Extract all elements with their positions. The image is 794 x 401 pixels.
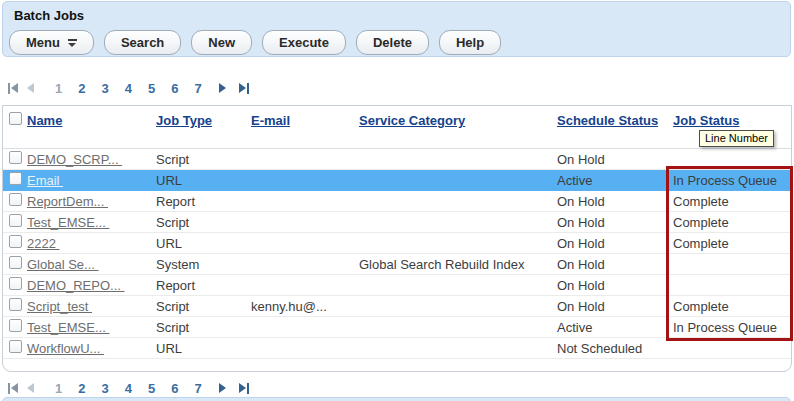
table-row[interactable]: 2222 URLOn HoldComplete <box>3 233 791 254</box>
table-row[interactable]: DEMO_SCRP... ScriptOn Hold <box>3 149 791 170</box>
page-link-6[interactable]: 6 <box>171 381 178 396</box>
first-page-arrow <box>11 383 18 393</box>
name-cell: DEMO_SCRP... <box>27 152 156 167</box>
new-button[interactable]: New <box>191 30 252 55</box>
row-checkbox[interactable] <box>9 214 22 227</box>
row-checkbox-cell <box>3 235 27 251</box>
column-header-job-status: Job Status <box>673 111 791 129</box>
first-page-icon[interactable] <box>8 383 18 394</box>
schedule-status-cell: On Hold <box>557 236 673 251</box>
button-label: Search <box>121 35 164 50</box>
name-cell: Email <box>27 173 156 188</box>
page-link-4[interactable]: 4 <box>125 81 132 96</box>
row-checkbox[interactable] <box>9 319 22 332</box>
last-page-bar <box>247 383 249 394</box>
table-row[interactable]: DEMO_REPO... ReportOn Hold <box>3 275 791 296</box>
job-type-cell: Report <box>156 278 251 293</box>
column-header-link[interactable]: E-mail <box>251 113 290 128</box>
page-link-2[interactable]: 2 <box>78 81 85 96</box>
page-link-6[interactable]: 6 <box>171 81 178 96</box>
delete-button[interactable]: Delete <box>356 30 429 55</box>
job-name-link[interactable]: Global Se... <box>27 257 99 272</box>
job-type-cell: URL <box>156 341 251 356</box>
button-label: Delete <box>373 35 412 50</box>
name-cell: Script_test <box>27 299 156 314</box>
table-row[interactable]: ReportDem... ReportOn HoldComplete <box>3 191 791 212</box>
table-row[interactable]: Test_EMSE... ScriptOn HoldComplete <box>3 212 791 233</box>
schedule-status-cell: On Hold <box>557 215 673 230</box>
next-page-icon[interactable] <box>219 383 226 393</box>
bottom-panel-edge <box>2 397 791 401</box>
job-name-link[interactable]: WorkflowU... <box>27 341 104 356</box>
job-status-cell: Complete <box>673 236 791 251</box>
next-page-arrow <box>219 83 226 93</box>
menu-bar-glyph <box>68 39 77 41</box>
select-all-checkbox[interactable] <box>9 112 22 125</box>
job-name-link[interactable]: DEMO_REPO... <box>27 278 125 293</box>
page-link-3[interactable]: 3 <box>101 381 108 396</box>
job-name-link[interactable]: Email <box>27 173 63 188</box>
page-link-3[interactable]: 3 <box>101 81 108 96</box>
table-row[interactable]: Global Se... SystemGlobal Search Rebuild… <box>3 254 791 275</box>
job-name-link[interactable]: Test_EMSE... <box>27 320 109 335</box>
first-page-icon[interactable] <box>8 83 18 94</box>
page-link-5[interactable]: 5 <box>148 81 155 96</box>
row-checkbox[interactable] <box>9 235 22 248</box>
button-label: Menu <box>26 35 60 50</box>
page-link-7[interactable]: 7 <box>194 81 201 96</box>
search-button[interactable]: Search <box>104 30 181 55</box>
job-type-cell: Script <box>156 320 251 335</box>
job-name-link[interactable]: Script_test <box>27 299 92 314</box>
help-button[interactable]: Help <box>439 30 501 55</box>
row-checkbox[interactable] <box>9 298 22 311</box>
name-cell: Test_EMSE... <box>27 215 156 230</box>
email-cell: kenny.hu@... <box>251 299 359 314</box>
job-name-link[interactable]: 2222 <box>27 236 60 251</box>
next-page-icon[interactable] <box>219 83 226 93</box>
column-header-link[interactable]: Schedule Status <box>557 113 631 129</box>
menu-arrow-glyph <box>68 43 76 47</box>
previous-page-icon[interactable] <box>27 383 34 393</box>
row-checkbox[interactable] <box>9 256 22 269</box>
button-label: New <box>208 35 235 50</box>
schedule-status-cell: Not Scheduled <box>557 341 673 356</box>
job-status-cell: In Process Queue <box>673 173 791 188</box>
last-page-icon[interactable] <box>239 83 249 94</box>
menu-button[interactable]: Menu <box>9 30 94 55</box>
jobs-table: NameJob TypeE-mailService CategorySchedu… <box>2 105 792 372</box>
job-name-link[interactable]: Test_EMSE... <box>27 215 109 230</box>
page-link-1: 1 <box>55 381 62 396</box>
table-row[interactable]: Test_EMSE... ScriptActiveIn Process Queu… <box>3 317 791 338</box>
row-checkbox[interactable] <box>9 151 22 164</box>
row-checkbox[interactable] <box>9 193 22 206</box>
last-page-icon[interactable] <box>239 383 249 394</box>
row-checkbox[interactable] <box>9 340 22 353</box>
job-name-link[interactable]: ReportDem... <box>27 194 108 209</box>
column-header-link[interactable]: Job Type <box>156 113 212 128</box>
schedule-status-cell: On Hold <box>557 257 673 272</box>
row-checkbox-cell <box>3 256 27 272</box>
table-row[interactable]: WorkflowU... URLNot Scheduled <box>3 338 791 359</box>
pagination-top: 1234567 <box>8 80 249 96</box>
previous-page-icon[interactable] <box>27 83 34 93</box>
job-status-cell: Complete <box>673 215 791 230</box>
column-header-link[interactable]: Job Status <box>673 113 739 128</box>
previous-page-arrow <box>27 383 34 393</box>
column-header-e-mail: E-mail <box>251 111 359 129</box>
page-link-5[interactable]: 5 <box>148 381 155 396</box>
name-cell: Test_EMSE... <box>27 320 156 335</box>
column-header-link[interactable]: Name <box>27 113 62 128</box>
execute-button[interactable]: Execute <box>262 30 346 55</box>
service-category-cell: Global Search Rebuild Index <box>359 257 557 272</box>
page-link-7[interactable]: 7 <box>194 381 201 396</box>
row-checkbox[interactable] <box>9 172 22 185</box>
page-link-4[interactable]: 4 <box>125 381 132 396</box>
tooltip: Line Number <box>699 130 774 147</box>
row-checkbox[interactable] <box>9 277 22 290</box>
table-row[interactable]: Script_test Scriptkenny.hu@...On HoldCom… <box>3 296 791 317</box>
table-row[interactable]: Email URLActiveIn Process Queue <box>3 170 791 191</box>
page-link-2[interactable]: 2 <box>78 381 85 396</box>
column-header-link[interactable]: Service Category <box>359 113 433 129</box>
schedule-status-cell: Active <box>557 173 673 188</box>
job-name-link[interactable]: DEMO_SCRP... <box>27 152 122 167</box>
